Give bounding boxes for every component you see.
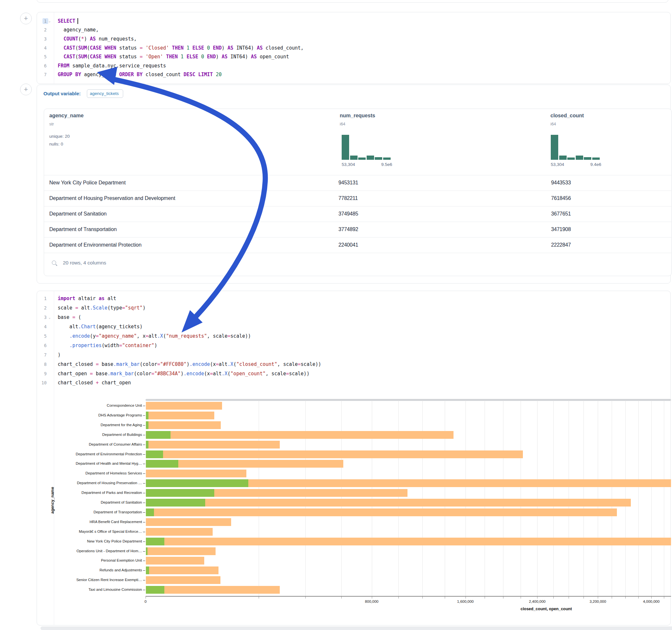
x-axis-tick [259,597,259,599]
y-axis-label: Department of Buildings [56,433,142,437]
column-header-num-requests[interactable]: num_requests [340,113,375,119]
cell-agency-name[interactable]: Department of Environmental Protection [49,242,142,248]
gridline [638,401,639,596]
cell-num-requests[interactable]: 9453131 [338,180,358,186]
code-line[interactable]: 7) [37,350,670,359]
cell-num-requests[interactable]: 3774892 [338,226,358,232]
y-axis-label: Department of Environmental Protection [56,452,142,456]
output-variable-pill[interactable]: agency_tickets [87,90,123,98]
y-axis-label: Department of Sanitation [56,500,142,504]
cell-num-requests[interactable]: 7782211 [338,195,358,201]
code-line[interactable]: 2 agency_name, [37,26,670,35]
x-axis-tick [638,597,639,599]
fold-chevron-icon[interactable]: ⌄ [49,316,52,319]
y-axis-label: Department of Homeless Services [56,471,142,475]
cell-closed-count[interactable]: 2222847 [551,242,571,248]
cell-agency-name[interactable]: New York City Police Department [49,180,126,186]
closed-count-bar [146,402,222,410]
column-header-agency-name[interactable]: agency_name [49,113,83,119]
y-axis-tick [143,571,145,571]
code-line[interactable]: 5 .encode(y="agency_name", x=alt.X("num_… [37,332,670,341]
x-axis-tick [341,597,342,599]
code-line[interactable]: 5 CAST(SUM(CASE WHEN status = 'Open' THE… [37,52,670,61]
gridline [259,401,259,596]
cell-num-requests[interactable]: 3749485 [338,211,358,217]
histogram-bar [584,157,591,160]
code-line[interactable]: 4 CAST(SUM(CASE WHEN status = 'Closed' T… [37,43,670,52]
code-line[interactable]: 2scale = alt.Scale(type="sqrt") [37,303,670,313]
y-axis-label: Department of Health and Mental Hyg… [56,461,142,465]
closed-count-bar [146,499,631,507]
y-axis-label: DHS Advantage Programs [56,413,142,417]
code-line[interactable]: 3 COUNT(*) AS num_requests, [37,34,670,43]
closed-count-bar [146,538,671,546]
row-separator [44,175,671,175]
closed-count-hist-max: 9.4e6 [590,162,601,167]
cell-closed-count[interactable]: 9443533 [551,180,571,186]
gridline [341,401,342,596]
line-number: 8 [43,361,48,367]
y-axis-label: Taxi and Limousine Commission [56,587,142,591]
y-axis-tick [143,415,145,416]
x-axis-title: closed_count, open_count [521,607,572,611]
closed-count-bar [146,547,216,555]
x-axis-tick [465,597,466,599]
cell-num-requests[interactable]: 2240041 [338,242,358,248]
search-icon[interactable] [52,261,56,265]
gridline [485,401,485,596]
y-axis-label: Operations Unit - Department of Hom… [56,549,142,553]
code-line[interactable]: 9chart_open = base.mark_bar(color="#8BC3… [37,369,670,378]
closed-count-bar [146,576,220,584]
closed-count-bar [146,528,213,536]
x-axis-tick [521,597,521,599]
open-count-bar [146,460,178,468]
sql-editor[interactable]: 1⌄SELECT2 agency_name,3 COUNT(*) AS num_… [37,17,670,79]
code-line[interactable]: 7GROUP BY agency_name ORDER BY closed_co… [37,70,670,79]
x-axis-tick-label: 4,000,000 [643,600,659,603]
code-line[interactable]: 6 .properties(width="container") [37,341,670,350]
column-header-closed-count[interactable]: closed_count [550,113,584,119]
next-cell-collapsed-strip[interactable] [41,626,672,630]
line-number: 1 [43,18,48,24]
python-editor[interactable]: 1import altair as alt2scale = alt.Scale(… [37,294,670,388]
cell-agency-name[interactable]: Department of Transportation [49,226,117,232]
y-axis-tick [143,464,145,464]
code-line[interactable]: 6FROM sample_data.nyc.service_requests [37,61,670,70]
code-line[interactable]: 1import altair as alt [37,294,670,303]
cell-agency-name[interactable]: Department of Sanitation [49,211,107,217]
y-axis-tick [143,435,145,435]
x-axis-tick [553,597,554,599]
code-line[interactable]: 3⌄base = ( [37,313,670,322]
code-line[interactable]: 1⌄SELECT [37,17,670,26]
closed-count-bar [146,451,523,458]
previous-cell-bottom-edge [37,0,668,3]
line-number: 4 [43,324,48,330]
add-cell-button-output[interactable]: + [20,83,32,95]
y-axis-tick [143,425,145,426]
gridline [598,401,598,596]
add-cell-button-top[interactable]: + [20,13,32,24]
code-line[interactable]: 10chart_closed + chart_open [37,378,670,388]
x-axis-tick [485,597,485,599]
line-number: 7 [43,352,48,358]
cell-agency-name[interactable]: Department of Housing Preservation and D… [49,195,175,201]
y-axis-tick [143,580,145,580]
cell-closed-count[interactable]: 3677651 [551,211,571,217]
y-axis-tick [143,503,145,503]
gridline [651,401,652,596]
code-line[interactable]: 4 alt.Chart(agency_tickets) [37,322,670,332]
gridline [399,401,399,596]
code-line[interactable]: 8chart_closed = base.mark_bar(color="#FF… [37,359,670,369]
closed-count-bar [146,441,280,449]
num-requests-histogram [342,135,391,160]
y-axis-tick [143,493,145,493]
sql-cell: 1⌄SELECT2 agency_name,3 COUNT(*) AS num_… [37,12,671,84]
gridline [612,401,612,596]
cell-closed-count[interactable]: 7618456 [551,195,571,201]
line-number: 7 [43,72,48,77]
fold-chevron-icon[interactable]: ⌄ [49,19,52,23]
closed-count-bar [146,557,204,564]
open-count-bar [146,441,148,449]
cell-closed-count[interactable]: 3471908 [551,226,571,232]
chart-horizontal-scrollbar[interactable] [146,399,671,401]
